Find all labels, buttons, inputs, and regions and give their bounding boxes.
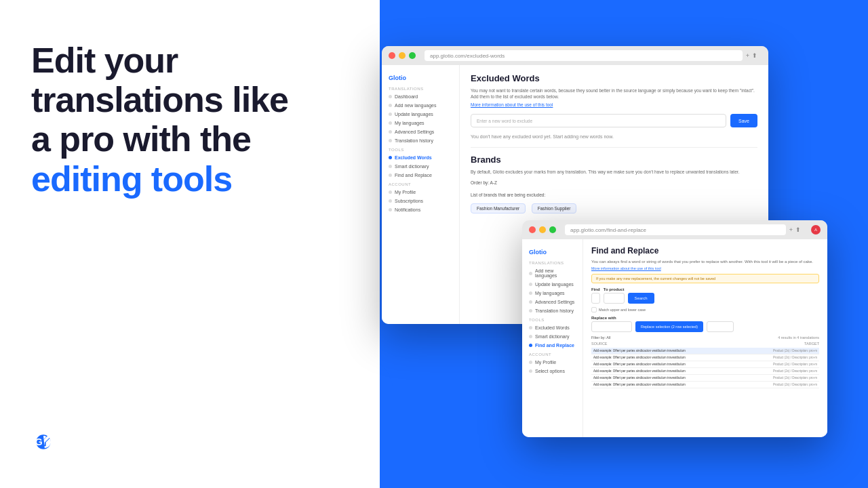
sidebar-item-excluded-2[interactable]: Excluded Words — [522, 323, 583, 332]
browser-nav-1: + ⬆ — [746, 52, 757, 59]
bottom-logo-text: Glotio — [60, 431, 115, 453]
sidebar-item-translation-history[interactable]: Translation history — [382, 136, 459, 145]
sidebar-item-excluded-words[interactable]: Excluded Words — [382, 153, 459, 162]
sidebar-dot — [389, 121, 392, 125]
sidebar-dot — [389, 165, 392, 168]
sidebar-item-profile-2[interactable]: My Profile — [522, 358, 583, 367]
replace-selection-button[interactable]: Replace selection (2 row selected) — [635, 321, 703, 332]
headline-line2: translations like — [31, 80, 288, 119]
headline-highlight: editing tools — [31, 159, 232, 199]
brand-chips: Fashion Manufacturer Fashion Supplier — [471, 201, 757, 216]
nav-btn-plus[interactable]: + — [746, 52, 749, 59]
result-row-3[interactable]: Add example: Offert per partes sindicaci… — [591, 368, 819, 375]
result-row-1[interactable]: Add example: Offert per partes sindicaci… — [591, 354, 819, 361]
sidebar-section-account: ACCOUNT — [382, 180, 459, 188]
browser-dot-green-2[interactable] — [549, 226, 556, 233]
glotio-icon: G — [31, 430, 56, 454]
sidebar-dot — [389, 199, 392, 203]
replace-row: Replace selection (2 row selected) — [591, 321, 819, 332]
checkbox-label: Match upper and lower case — [599, 308, 646, 312]
browser-dot-yellow-1[interactable] — [399, 52, 406, 59]
find-row: Find To product Search — [591, 287, 819, 304]
col-target: TARGET — [804, 342, 819, 346]
browser-url-text-1: app.glotio.com/excluded-words — [430, 53, 505, 59]
col-source: SOURCE — [591, 342, 608, 346]
sidebar-item-advanced-2[interactable]: Advanced Settings — [522, 298, 583, 306]
order-by-label[interactable]: Order by: A-Z — [471, 180, 497, 185]
to-input[interactable] — [604, 293, 625, 304]
browser-dot-red-1[interactable] — [389, 52, 395, 59]
filter-label[interactable]: Filter by: All — [591, 336, 610, 340]
nav-btn-share[interactable]: ⬆ — [752, 52, 757, 59]
section-divider — [471, 147, 757, 148]
to-label: To product — [604, 287, 625, 291]
result-row-0[interactable]: Add example: Offert per partes sindicaci… — [591, 348, 819, 354]
sidebar-item-find-replace-2[interactable]: Find and Replace — [522, 341, 583, 350]
brands-header: Order by: A-Z — [471, 180, 757, 189]
bottom-logo: G Glotio — [31, 430, 349, 454]
brand-chip-0[interactable]: Fashion Manufacturer — [471, 203, 526, 214]
browser-dot-green-1[interactable] — [409, 52, 416, 59]
replace-all-input[interactable] — [707, 321, 734, 332]
page-title-1: Excluded Words — [471, 73, 757, 83]
sidebar-1: Glotio TRANSLATIONS Dashboard Add new la… — [382, 65, 460, 324]
sidebar-item-notifications[interactable]: Notifications — [382, 205, 459, 214]
sidebar-item-subscriptions[interactable]: Subscriptions — [382, 197, 459, 205]
result-source-3: Add example: Offert per partes sindicaci… — [593, 369, 770, 373]
sidebar-item-find-replace[interactable]: Find and Replace — [382, 171, 459, 180]
browser-url-text-2: app.glotio.com/find-and-replace — [570, 227, 646, 233]
svg-text:G: G — [35, 436, 42, 447]
browser-dot-yellow-2[interactable] — [539, 226, 546, 233]
filter-row: Filter by: All 4 results in 4 translatio… — [591, 336, 819, 340]
sidebar-dot — [389, 208, 392, 211]
warning-bar: If you make any new replacement, the cur… — [591, 274, 819, 283]
nav-btn-plus-2[interactable]: + — [789, 226, 793, 233]
result-target-1: Product (2x) / Description: pro-m — [773, 356, 817, 359]
result-source-1: Add example: Offert per partes sindicaci… — [593, 356, 770, 359]
sidebar-dot-active — [389, 156, 392, 159]
nav-btn-share-2[interactable]: ⬆ — [795, 226, 801, 233]
exclude-word-placeholder: Enter a new word to exclude — [477, 119, 532, 123]
save-button[interactable]: Save — [730, 114, 757, 127]
info-link-1[interactable]: More information about the use of this t… — [471, 102, 757, 107]
sidebar-section-translations-2: TRANSLATIONS — [522, 258, 583, 266]
replace-input[interactable] — [591, 321, 632, 332]
sidebar-dot — [389, 139, 392, 142]
result-source-4: Add example: Offert per partes sindicaci… — [593, 376, 770, 380]
result-row-4[interactable]: Add example: Offert per partes sindicaci… — [591, 375, 819, 382]
sidebar-item-add-lang-2[interactable]: Add new languages — [522, 266, 583, 280]
sidebar-item-profile[interactable]: My Profile — [382, 188, 459, 197]
browser-url-bar-2[interactable]: app.glotio.com/find-and-replace — [565, 224, 786, 235]
browser-nav-2: + ⬆ — [789, 226, 801, 233]
far-title: Find and Replace — [591, 246, 819, 256]
sidebar-dot — [389, 95, 392, 98]
browser-dot-red-2[interactable] — [529, 226, 536, 233]
sidebar-section-account-2: ACCOUNT — [522, 350, 583, 358]
input-row-1: Enter a new word to exclude Save — [471, 114, 757, 127]
sidebar-item-advanced-settings[interactable]: Advanced Settings — [382, 127, 459, 136]
find-label: Find — [591, 287, 600, 291]
sidebar-item-history-2[interactable]: Translation history — [522, 306, 583, 315]
sidebar-item-update-lang-2[interactable]: Update languages — [522, 280, 583, 289]
sidebar-item-my-languages[interactable]: My languages — [382, 119, 459, 127]
sidebar-item-update-languages[interactable]: Update languages — [382, 110, 459, 119]
far-info-link[interactable]: More information about the use of this t… — [591, 266, 819, 270]
headline-line3: a pro with the — [31, 119, 251, 159]
brand-chip-1[interactable]: Fashion Supplier — [532, 203, 577, 214]
sidebar-item-smart-dictionary[interactable]: Smart dictionary — [382, 162, 459, 171]
result-row-5[interactable]: Add example: Offert per partes sindicaci… — [591, 382, 819, 388]
result-row-2[interactable]: Add example: Offert per partes sindicaci… — [591, 361, 819, 368]
find-input[interactable] — [591, 293, 600, 304]
sidebar-dot — [389, 113, 392, 116]
results-list: Add example: Offert per partes sindicaci… — [591, 348, 819, 388]
sidebar-item-select-2[interactable]: Select options — [522, 367, 583, 375]
search-button[interactable]: Search — [628, 293, 654, 304]
sidebar-item-my-lang-2[interactable]: My languages — [522, 289, 583, 298]
match-case-checkbox[interactable] — [591, 307, 597, 312]
sidebar-item-smart-dict-2[interactable]: Smart dictionary — [522, 332, 583, 341]
browser-url-bar-1[interactable]: app.glotio.com/excluded-words — [425, 50, 743, 61]
exclude-word-input[interactable]: Enter a new word to exclude — [471, 114, 726, 127]
sidebar-item-add-languages[interactable]: Add new languages — [382, 101, 459, 110]
sidebar-item-dashboard[interactable]: Dashboard — [382, 92, 459, 101]
result-source-0: Add example: Offert per partes sindicaci… — [593, 349, 770, 352]
